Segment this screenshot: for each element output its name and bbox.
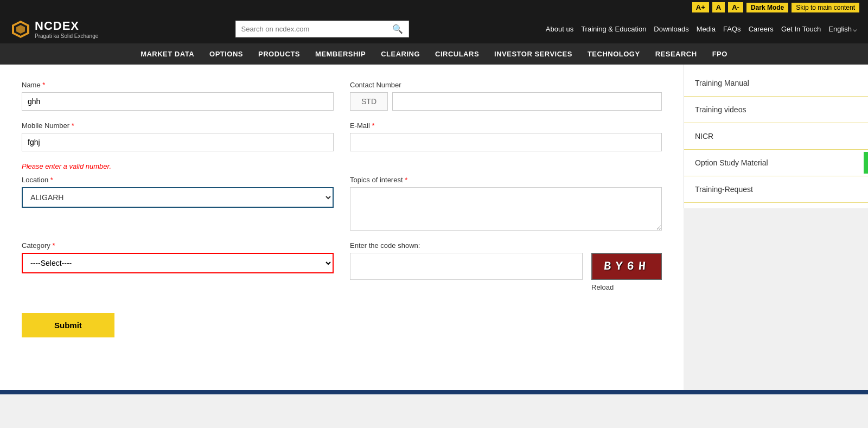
search-button[interactable]: 🔍 <box>392 24 403 34</box>
email-group: E-Mail * <box>350 122 662 151</box>
captcha-reload-link[interactable]: Reload <box>591 283 662 291</box>
nav-investor-services[interactable]: INVESTOR SERVICES <box>487 43 580 65</box>
mobile-group: Mobile Number * <box>22 122 334 151</box>
sidebar-wrapper: Training Manual Training videos NICR Opt… <box>684 65 868 390</box>
mobile-label: Mobile Number * <box>22 122 334 130</box>
form-row-mobile-email: Mobile Number * E-Mail * <box>22 122 662 151</box>
topics-textarea[interactable] <box>350 187 662 231</box>
nav-get-in-touch[interactable]: Get In Touch <box>781 25 821 33</box>
location-label: Location * <box>22 176 334 184</box>
category-label: Category * <box>22 241 334 250</box>
nav-media[interactable]: Media <box>697 25 716 33</box>
logo-subtitle: Pragati ka Solid Exchange <box>35 33 98 39</box>
captcha-label: Enter the code shown: <box>350 241 662 250</box>
contact-label: Contact Number <box>350 81 662 89</box>
nav-market-data[interactable]: MARKET DATA <box>133 43 202 65</box>
font-increase-button[interactable]: A+ <box>692 2 709 12</box>
captcha-group: Enter the code shown: BY6H Reload <box>350 241 662 291</box>
sidebar-item-option-study[interactable]: Option Study Material <box>684 150 868 176</box>
font-decrease-button[interactable]: A- <box>728 2 743 12</box>
form-row-location-topics: Location * ALIGARH AGRA ALLAHABAD MUMBAI… <box>22 176 662 231</box>
location-select[interactable]: ALIGARH AGRA ALLAHABAD MUMBAI DELHI BANG… <box>22 187 334 208</box>
std-label: STD <box>350 92 388 111</box>
name-group: Name * <box>22 81 334 111</box>
search-box: 🔍 <box>235 21 409 37</box>
nav-faqs[interactable]: FAQs <box>723 25 741 33</box>
form-row-category-captcha: Category * ----Select---- Farmer Trader … <box>22 241 662 291</box>
name-input[interactable] <box>22 92 334 111</box>
contact-number-row: STD <box>350 92 662 111</box>
email-label: E-Mail * <box>350 122 662 130</box>
scroll-indicator <box>864 152 868 174</box>
nav-fpo[interactable]: FPO <box>705 43 735 65</box>
nav-clearing[interactable]: CLEARING <box>373 43 427 65</box>
category-required: * <box>52 241 55 250</box>
location-group: Location * ALIGARH AGRA ALLAHABAD MUMBAI… <box>22 176 334 231</box>
captcha-area: BY6H Reload <box>350 253 662 291</box>
header: NCDEX Pragati ka Solid Exchange 🔍 About … <box>0 15 868 43</box>
dark-mode-button[interactable]: Dark Mode <box>746 3 788 12</box>
sidebar-item-training-request[interactable]: Training-Request <box>684 176 868 203</box>
topics-group: Topics of interest * <box>350 176 662 231</box>
captcha-image-col: BY6H Reload <box>591 253 662 291</box>
nav-membership[interactable]: MEMBERSHIP <box>308 43 373 65</box>
skip-to-main-link[interactable]: Skip to main content <box>792 3 859 12</box>
sidebar-item-nicr[interactable]: NICR <box>684 123 868 150</box>
form-row-name-contact: Name * Contact Number STD <box>22 81 662 111</box>
mobile-error-text: Please enter a valid number. <box>22 162 662 170</box>
sidebar-item-training-videos[interactable]: Training videos <box>684 97 868 123</box>
captcha-input[interactable] <box>350 253 583 280</box>
submit-button[interactable]: Submit <box>22 313 114 337</box>
mobile-input[interactable] <box>22 133 334 151</box>
nav-technology[interactable]: TECHNOLOGY <box>580 43 648 65</box>
category-select[interactable]: ----Select---- Farmer Trader Broker Othe… <box>22 253 334 273</box>
bottom-bar <box>0 390 868 394</box>
name-required: * <box>42 81 45 89</box>
contact-group: Contact Number STD <box>350 81 662 111</box>
topics-label: Topics of interest * <box>350 176 662 184</box>
topics-required: * <box>405 176 407 184</box>
chevron-down-icon: ⌵ <box>853 25 857 33</box>
top-nav: About us Training & Education Downloads … <box>546 25 857 33</box>
captcha-text: BY6H <box>603 260 650 273</box>
logo-area: NCDEX Pragati ka Solid Exchange <box>11 19 98 39</box>
nav-about[interactable]: About us <box>546 25 573 33</box>
nav-training-education[interactable]: Training & Education <box>581 25 646 33</box>
email-required: * <box>372 122 374 130</box>
sidebar-item-training-manual[interactable]: Training Manual <box>684 70 868 97</box>
main-nav: MARKET DATA OPTIONS PRODUCTS MEMBERSHIP … <box>0 43 868 65</box>
page-content: Name * Contact Number STD Mobile Number … <box>0 65 868 390</box>
captcha-image: BY6H <box>591 253 662 280</box>
sidebar: Training Manual Training videos NICR Opt… <box>684 65 868 208</box>
search-input[interactable] <box>241 25 392 33</box>
location-required: * <box>50 176 53 184</box>
nav-circulars[interactable]: CIRCULARS <box>427 43 487 65</box>
accessibility-bar: A+ A A- Dark Mode Skip to main content <box>0 0 868 15</box>
search-area: 🔍 <box>109 21 535 37</box>
nav-careers[interactable]: Careers <box>749 25 774 33</box>
form-area: Name * Contact Number STD Mobile Number … <box>0 65 684 390</box>
contact-input[interactable] <box>392 92 662 111</box>
nav-downloads[interactable]: Downloads <box>654 25 688 33</box>
nav-language[interactable]: English ⌵ <box>828 25 857 33</box>
category-group: Category * ----Select---- Farmer Trader … <box>22 241 334 291</box>
nav-products[interactable]: PRODUCTS <box>251 43 308 65</box>
font-normal-button[interactable]: A <box>712 2 725 12</box>
nav-options[interactable]: OPTIONS <box>202 43 251 65</box>
logo-text-group: NCDEX Pragati ka Solid Exchange <box>35 19 98 39</box>
email-input[interactable] <box>350 133 662 151</box>
ncdex-logo-icon <box>11 20 30 39</box>
nav-research[interactable]: RESEARCH <box>648 43 705 65</box>
mobile-required: * <box>72 122 74 130</box>
name-label: Name * <box>22 81 334 89</box>
logo-name: NCDEX <box>35 19 79 33</box>
